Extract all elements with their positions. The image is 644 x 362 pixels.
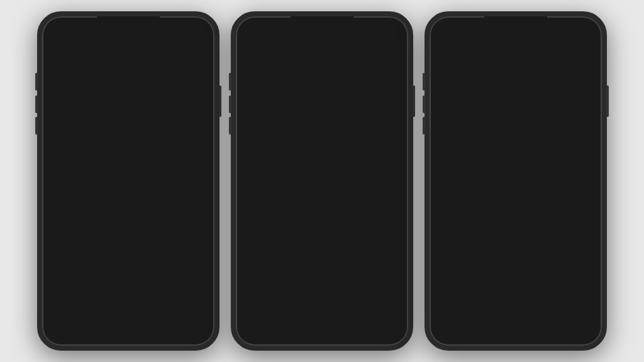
follow-button-3[interactable]: Follow: [467, 111, 565, 126]
most-recent-label-2: MOST RECENT: [245, 312, 289, 319]
follow-button-1[interactable]: Follow: [79, 111, 178, 126]
grid-cell-2-9[interactable]: [352, 259, 408, 309]
send-btn-1[interactable]: ✈: [191, 36, 206, 52]
video-icon-2-7: ▶: [287, 261, 291, 266]
home-btn-3[interactable]: ⌂: [437, 326, 457, 341]
grid-cell-3-4[interactable]: [430, 207, 486, 263]
related-tags-3: #newyork #newyorkcity #ny #manhattan #: [461, 133, 567, 140]
signal-bars-1: [177, 26, 184, 32]
grid-cell-1-8[interactable]: [100, 259, 157, 309]
most-recent-3: MOST RECENT 88,560,290 posts: [430, 309, 602, 321]
add-btn-2[interactable]: ⊕: [315, 326, 335, 341]
avatar-3: #: [501, 58, 530, 87]
phone-nyc: 11:38 ▲ ‹ ✈ # #nyc 88,560,290 posts Foll…: [425, 11, 607, 351]
grid-cell-3-9[interactable]: [545, 259, 602, 309]
avatar-inner-3: #: [502, 59, 529, 85]
battery-3: [580, 27, 591, 32]
grid-cell-1-5[interactable]: ▶: [100, 207, 157, 263]
profile-section-2: 📷 #shotoniphone 2,091,196 posts Followin…: [236, 54, 408, 131]
grid-cell-1-7[interactable]: [42, 259, 99, 309]
avatar-2: 📷: [308, 58, 336, 87]
hashtag-title-1: #coldplay: [109, 90, 147, 99]
grid-cell-2-8[interactable]: [294, 259, 350, 309]
grid-cell-3-8[interactable]: [487, 259, 544, 309]
most-recent-label-1: MOST RECENT: [51, 312, 96, 319]
most-recent-count-1: 3,122,493 posts: [160, 312, 206, 319]
photo-grid-1: ♪ ▶ ★ ▶ ♦ ▶: [42, 155, 214, 309]
wifi-icon-3: ▲: [574, 26, 579, 32]
grid-cell-1-9[interactable]: ▶: [158, 259, 214, 309]
grid-cell-2-3[interactable]: [352, 155, 408, 212]
grid-cell-2-4[interactable]: [236, 207, 292, 263]
send-btn-2[interactable]: ✈: [384, 36, 399, 52]
status-time-3: 11:38: [441, 25, 457, 32]
grid-cell-1-6[interactable]: ▶: [158, 207, 214, 263]
avatar-inner-2: 📷: [309, 59, 335, 85]
grid-cell-2-5[interactable]: [294, 207, 350, 263]
grid-cell-1-3[interactable]: [158, 155, 214, 212]
grid-cell-1-2[interactable]: ★ ▶: [100, 155, 157, 212]
phone-shotoniphone: 11:39 ▲ ‹ ✈ 📷 #shotoniphone 2,091,196 po…: [231, 11, 413, 351]
video-icon-1-1: ▶: [94, 157, 97, 162]
most-recent-label-3: MOST RECENT: [438, 312, 483, 319]
video-icon-1-9: ▶: [209, 261, 213, 266]
add-btn-3[interactable]: ⊕: [509, 326, 529, 341]
status-bar-1: 11:39 ▲: [42, 16, 214, 34]
grid-cell-3-7[interactable]: [430, 259, 486, 309]
add-btn-1[interactable]: ⊕: [121, 326, 142, 341]
status-time-2: 11:39: [247, 25, 264, 32]
screen-1: 11:39 ▲ ‹ ✈ 🎵 #coldplay 3,122,493 posts …: [42, 16, 214, 346]
grid-cell-2-6[interactable]: [352, 207, 408, 263]
post-count-3: 88,560,290 posts: [492, 100, 540, 107]
phone-coldplay: 11:39 ▲ ‹ ✈ 🎵 #coldplay 3,122,493 posts …: [37, 11, 219, 351]
wifi-icon-2: ▲: [380, 26, 385, 32]
search-btn-3[interactable]: ⌕: [473, 326, 493, 341]
video-icon-3-1: ▶: [481, 157, 484, 162]
home-btn-1[interactable]: ⌂: [50, 326, 70, 341]
profile-section-1: 🎵 #coldplay 3,122,493 posts Follow: [42, 54, 214, 131]
avatar-inner-1: 🎵: [115, 59, 142, 85]
home-btn-2[interactable]: ⌂: [243, 326, 264, 341]
grid-cell-1-4[interactable]: ♦: [42, 207, 99, 263]
grid-cell-1-1[interactable]: ♪ ▶: [42, 155, 99, 212]
grid-cell-3-6[interactable]: [545, 207, 602, 263]
status-icons-2: ▲: [371, 26, 397, 32]
screen-3: 11:38 ▲ ‹ ✈ # #nyc 88,560,290 posts Foll…: [430, 16, 602, 346]
back-btn-3[interactable]: ‹: [438, 36, 453, 52]
profile-btn-2[interactable]: ◯: [387, 326, 401, 340]
back-btn-1[interactable]: ‹: [51, 36, 66, 52]
grid-cell-3-3[interactable]: [545, 155, 602, 212]
grid-cell-2-7[interactable]: ▶: [236, 259, 292, 309]
grid-cell-2-2[interactable]: [294, 155, 350, 212]
status-bar-2: 11:39 ▲: [236, 16, 408, 34]
section-header-top-2: TOP POSTS: [236, 143, 408, 155]
video-icon-1-6: ▶: [209, 209, 213, 214]
top-nav-2: ‹ ✈: [236, 34, 408, 54]
heart-btn-1[interactable]: ♡: [157, 326, 177, 341]
grid-cell-3-5[interactable]: STAY PATIENT AND TRUST YOUR JOURNEY: [487, 207, 544, 263]
heart-btn-2[interactable]: ♡: [351, 326, 371, 341]
search-btn-2[interactable]: ⌕: [279, 326, 299, 341]
heart-btn-3[interactable]: ♡: [545, 326, 565, 341]
search-btn-1[interactable]: ⌕: [86, 326, 106, 341]
profile-btn-3[interactable]: ◯: [580, 326, 594, 340]
bottom-nav-3: ⌂ ⌕ ⊕ ♡ ◯: [430, 321, 602, 346]
battery-1: [193, 27, 203, 32]
post-count-2: 2,091,196 posts: [299, 100, 344, 107]
most-recent-count-3: 88,560,290 posts: [545, 312, 593, 319]
hashtag-title-2: #shotoniphone: [292, 90, 351, 99]
photo-grid-3: ▶ ◎ STAY PATIENT AND TRUST YOUR JOURNEY: [430, 155, 602, 309]
follow-button-2[interactable]: Following: [267, 111, 376, 126]
related-tags-2: #shotoniphone6 #iphonography #iphonephot…: [267, 133, 386, 140]
grid-cell-3-2[interactable]: ◎: [487, 155, 544, 212]
profile-btn-1[interactable]: ◯: [193, 326, 207, 340]
section-header-top-3: TOP POSTS: [430, 143, 602, 155]
grid-cell-2-1[interactable]: [236, 155, 292, 212]
grid-cell-3-1[interactable]: ▶: [430, 155, 486, 212]
photo-grid-2: ▶: [236, 155, 408, 309]
send-btn-3[interactable]: ✈: [578, 36, 593, 52]
status-icons-3: ▲: [565, 26, 591, 32]
related-section-1: Related: #aheadfullofdreams #thescientis…: [42, 131, 214, 143]
back-btn-2[interactable]: ‹: [245, 36, 260, 52]
bottom-nav-1: ⌂ ⌕ ⊕ ♡ ◯: [42, 321, 214, 346]
